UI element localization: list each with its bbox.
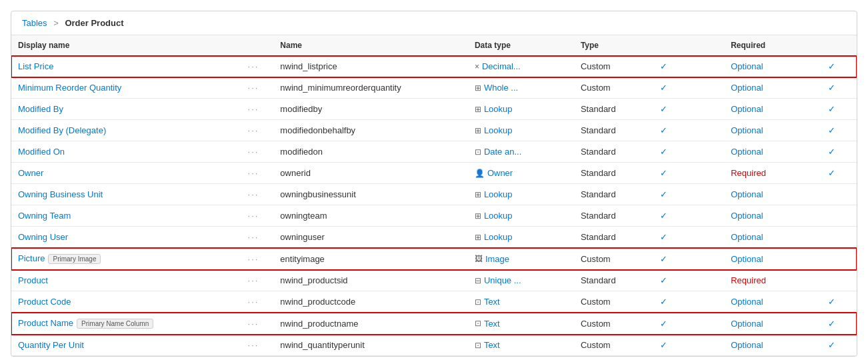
searchable-check-icon: ✓ xyxy=(660,319,667,329)
field-class: Standard xyxy=(581,125,616,135)
table-row-picture: PicturePrimary Image···entityimage🖼Image… xyxy=(11,248,857,270)
field-type-text: Lookup xyxy=(484,104,513,114)
field-schema-name: nwind_productcode xyxy=(280,297,355,307)
fields-table: Display name Name Data type Type Require… xyxy=(11,35,857,356)
field-display-name[interactable]: Owning Business Unit xyxy=(18,189,103,199)
row-menu-dots[interactable]: ··· xyxy=(248,232,259,242)
field-display-name[interactable]: Product Name xyxy=(18,318,73,328)
field-type-icon: ⊞ xyxy=(475,105,481,114)
row-menu-dots[interactable]: ··· xyxy=(248,319,259,329)
field-type-icon: ⊞ xyxy=(475,233,481,242)
field-badge: Primary Name Column xyxy=(77,319,153,329)
field-display-name[interactable]: Modified On xyxy=(18,147,65,157)
field-type-text: Lookup xyxy=(484,232,513,242)
field-display-name[interactable]: Product Code xyxy=(18,297,71,307)
field-type-text: Unique ... xyxy=(484,275,521,285)
field-display-name[interactable]: Owning Team xyxy=(18,211,71,221)
field-type-icon: ⊡ xyxy=(475,341,481,350)
main-container: Tables > Order Product Display name Name… xyxy=(11,11,857,357)
row-last-check-icon: ✓ xyxy=(828,61,835,71)
row-menu-dots[interactable]: ··· xyxy=(248,275,259,285)
field-display-name[interactable]: Modified By xyxy=(18,104,63,114)
field-required-status: Optional xyxy=(731,83,763,93)
field-class: Custom xyxy=(581,297,611,307)
col-header-searchable xyxy=(653,35,724,56)
table-row-product: Product···nwind_productsid⊟Unique ...Sta… xyxy=(11,270,857,291)
field-class: Standard xyxy=(581,104,616,114)
table-row-product-code: Product Code···nwind_productcode⊡TextCus… xyxy=(11,291,857,313)
row-last-check-icon: ✓ xyxy=(828,125,835,135)
searchable-check-icon: ✓ xyxy=(660,83,667,93)
row-last-check-icon: ✓ xyxy=(828,319,835,329)
field-required-status: Optional xyxy=(731,104,763,114)
table-row-owner: Owner···ownerid👤OwnerStandard✓Required✓ xyxy=(11,163,857,184)
col-header-dots xyxy=(241,35,274,56)
row-last-check-icon: ✓ xyxy=(828,297,835,307)
field-display-name[interactable]: Modified By (Delegate) xyxy=(18,125,106,135)
searchable-check-icon: ✓ xyxy=(660,61,667,71)
field-type-icon: ⊞ xyxy=(475,190,481,199)
field-required-status: Optional xyxy=(731,147,763,157)
searchable-check-icon: ✓ xyxy=(660,275,667,285)
field-display-name[interactable]: Minimum Reorder Quantity xyxy=(18,83,121,93)
field-display-name[interactable]: List Price xyxy=(18,61,53,71)
field-schema-name: modifiedonbehalfby xyxy=(280,125,355,135)
row-menu-dots[interactable]: ··· xyxy=(248,125,259,135)
field-badge: Primary Image xyxy=(48,254,101,264)
col-header-type: Data type xyxy=(468,35,574,56)
table-row-modified-by-delegate: Modified By (Delegate)···modifiedonbehal… xyxy=(11,120,857,141)
row-menu-dots[interactable]: ··· xyxy=(248,168,259,178)
searchable-check-icon: ✓ xyxy=(660,211,667,221)
searchable-check-icon: ✓ xyxy=(660,297,667,307)
searchable-check-icon: ✓ xyxy=(660,168,667,178)
field-required-status: Optional xyxy=(731,340,763,350)
field-schema-name: owningbusinessunit xyxy=(280,189,355,199)
field-display-name[interactable]: Owning User xyxy=(18,232,68,242)
row-menu-dots[interactable]: ··· xyxy=(248,340,259,350)
field-schema-name: ownerid xyxy=(280,168,311,178)
col-header-required: Required xyxy=(724,35,821,56)
field-type-icon: ⊞ xyxy=(475,83,481,93)
row-last-check-icon: ✓ xyxy=(828,147,835,157)
field-display-name[interactable]: Picture xyxy=(18,253,45,263)
searchable-check-icon: ✓ xyxy=(660,232,667,242)
field-class: Custom xyxy=(581,254,611,264)
table-row-min-reorder: Minimum Reorder Quantity···nwind_minimum… xyxy=(11,77,857,99)
field-type-text: Lookup xyxy=(484,189,513,199)
searchable-check-icon: ✓ xyxy=(660,104,667,114)
field-class: Custom xyxy=(581,340,611,350)
field-type-text: Text xyxy=(484,319,500,329)
field-class: Standard xyxy=(581,211,616,221)
field-type-text: Lookup xyxy=(484,125,513,135)
field-type-icon: 👤 xyxy=(475,169,485,178)
row-menu-dots[interactable]: ··· xyxy=(248,297,259,307)
row-menu-dots[interactable]: ··· xyxy=(248,189,259,199)
field-type-text: Image xyxy=(485,254,509,264)
row-menu-dots[interactable]: ··· xyxy=(248,104,259,114)
table-row-owning-user: Owning User···owninguser⊞LookupStandard✓… xyxy=(11,227,857,248)
field-required-status: Optional xyxy=(731,189,763,199)
field-schema-name: nwind_listprice xyxy=(280,61,337,71)
row-menu-dots[interactable]: ··· xyxy=(248,254,259,264)
row-menu-dots[interactable]: ··· xyxy=(248,83,259,93)
field-required-status: Optional xyxy=(731,232,763,242)
field-schema-name: entityimage xyxy=(280,254,324,264)
field-type-text: Lookup xyxy=(484,211,513,221)
breadcrumb-tables-link[interactable]: Tables xyxy=(22,18,47,28)
field-type-text: Decimal... xyxy=(482,61,521,71)
row-menu-dots[interactable]: ··· xyxy=(248,147,259,157)
row-last-check-icon: ✓ xyxy=(828,340,835,350)
row-menu-dots[interactable]: ··· xyxy=(248,211,259,221)
field-required-status: Optional xyxy=(731,61,763,71)
table-row-modified-on: Modified On···modifiedon⊡Date an...Stand… xyxy=(11,141,857,163)
field-type-icon: ⊞ xyxy=(475,126,481,135)
field-display-name[interactable]: Quantity Per Unit xyxy=(18,340,84,350)
table-row-quantity-per-unit: Quantity Per Unit···nwind_quantityperuni… xyxy=(11,335,857,356)
table-row-list-price: List Price···nwind_listprice×Decimal...C… xyxy=(11,56,857,77)
field-display-name[interactable]: Owner xyxy=(18,168,43,178)
row-menu-dots[interactable]: ··· xyxy=(248,61,259,71)
field-display-name[interactable]: Product xyxy=(18,275,48,285)
field-required-status: Required xyxy=(731,168,766,178)
field-type-text: Text xyxy=(484,340,500,350)
field-class: Standard xyxy=(581,168,616,178)
